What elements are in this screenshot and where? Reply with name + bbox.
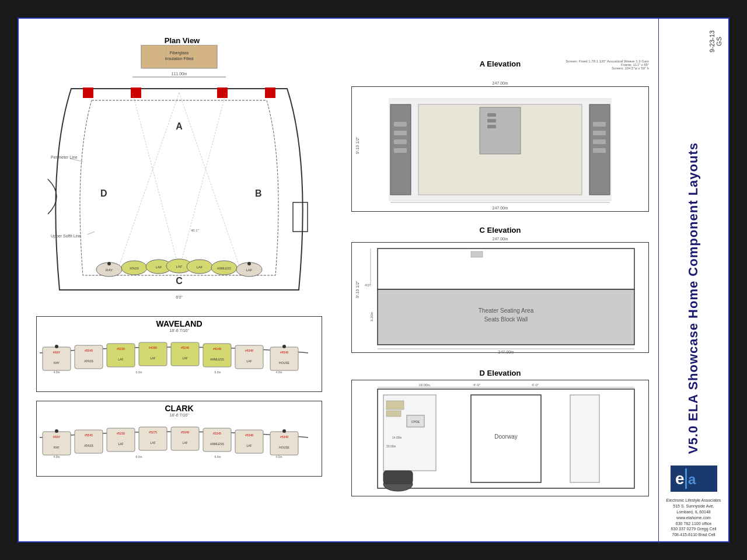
company-phone-cell2: 708-415-6110 Brad Cell: [672, 533, 715, 537]
svg-rect-155: [685, 468, 687, 489]
svg-rect-107: [394, 122, 407, 127]
company-phone-cell1: 630 337 0279 Gregg Cell: [671, 527, 716, 531]
svg-text:#4549: #4549: [280, 351, 288, 354]
clark-dim-top: 18'-6 7/16": [37, 413, 322, 417]
svg-rect-114: [593, 139, 606, 144]
svg-text:ATASS: ATASS: [84, 359, 93, 363]
svg-text:9'-10 1/2": 9'-10 1/2": [355, 281, 359, 298]
c-elev-dim: 247.00in: [351, 237, 649, 241]
svg-text:3.20in: 3.20in: [370, 312, 374, 321]
svg-text:LAF: LAF: [246, 444, 252, 447]
svg-point-39: [247, 262, 251, 265]
svg-text:LAF: LAF: [150, 441, 155, 444]
svg-text:4'0": 4'0": [365, 284, 371, 287]
svg-text:LAF: LAF: [176, 265, 182, 268]
svg-text:Insulation Filled: Insulation Filled: [165, 57, 194, 61]
a-elevation-screen-info: Screen: Fixed 1.78:1 120" Acoustical Wea…: [566, 60, 649, 70]
svg-text:#5275: #5275: [149, 430, 157, 434]
svg-text:247.00in: 247.00in: [498, 350, 514, 354]
svg-rect-10: [217, 88, 228, 98]
a-elevation-section: A Elevation Screen: Fixed 1.78:1 120" Ac…: [351, 60, 649, 211]
waveland-dim-top: 18'-6 7/16": [37, 328, 322, 332]
c-elevation-section: C Elevation 247.00in 9'-10 1/2" 4'0" T: [351, 226, 649, 360]
company-addr1: 515 S. Sunnyside Ave.: [673, 504, 714, 508]
svg-text:#RAY: #RAY: [53, 435, 61, 439]
svg-text:4.0in: 4.0in: [54, 370, 60, 374]
svg-text:#5349: #5349: [181, 430, 189, 434]
svg-rect-126: [471, 251, 483, 257]
svg-point-71: [282, 345, 286, 348]
svg-text:HOUSE: HOUSE: [279, 446, 289, 449]
svg-rect-146: [570, 395, 599, 482]
svg-text:6.0in: 6.0in: [136, 455, 142, 459]
svg-text:Theater Seating Area: Theater Seating Area: [479, 307, 534, 314]
company-info: Electronic Lifestyle Associates 515 S. S…: [664, 498, 724, 538]
svg-rect-118: [487, 119, 496, 123]
svg-text:RAY: RAY: [54, 446, 60, 449]
svg-point-76: [55, 429, 58, 433]
c-elevation-label: C Elevation: [351, 226, 649, 235]
svg-text:LAF: LAF: [155, 265, 162, 269]
svg-rect-109: [394, 139, 407, 144]
svg-text:#4248: #4248: [213, 347, 221, 351]
svg-text:#4366: #4366: [149, 346, 157, 349]
svg-text:CPOE: CPOE: [411, 420, 420, 424]
svg-point-101: [282, 429, 286, 433]
svg-text:#4348: #4348: [245, 349, 253, 352]
svg-text:6.0in: 6.0in: [215, 455, 221, 459]
svg-text:6'0": 6'0": [176, 295, 183, 299]
company-addr2: Lombard, IL 60148: [676, 510, 711, 514]
svg-rect-110: [394, 148, 407, 153]
svg-rect-140: [386, 401, 404, 410]
svg-text:#RAY: #RAY: [53, 351, 61, 354]
company-website: www.elahome.com: [676, 516, 711, 520]
svg-line-23: [179, 93, 240, 270]
svg-rect-11: [265, 88, 275, 98]
svg-text:#5545: #5545: [85, 433, 93, 437]
date-label: 9-23-13: [708, 30, 715, 52]
svg-text:C: C: [176, 276, 183, 286]
room-plan-svg: Fiberglass Insulation Filled 111.00in: [42, 45, 316, 307]
svg-text:111.00in: 111.00in: [172, 72, 187, 76]
svg-text:LAF: LAF: [118, 442, 123, 446]
clark-section: CLARK 18'-6 7/16" RAY #RAY ATASS #5545 4…: [36, 401, 322, 477]
svg-rect-125: [378, 249, 634, 289]
svg-text:ARMLESS: ARMLESS: [217, 267, 232, 270]
svg-text:40.1": 40.1": [191, 229, 199, 232]
svg-rect-108: [394, 131, 407, 135]
svg-text:e: e: [675, 470, 685, 488]
svg-text:LAF: LAF: [182, 441, 187, 444]
svg-text:33.00in: 33.00in: [386, 444, 396, 448]
svg-line-22: [118, 93, 179, 270]
waveland-section: WAVELAND 18'-6 7/16" RAY #RAY ATASS #554…: [36, 316, 322, 392]
a-elevation-box: 9'-10 1/2": [351, 86, 649, 212]
d-elevation-label: D Elevation: [351, 369, 649, 377]
svg-rect-117: [487, 113, 496, 117]
svg-point-46: [55, 345, 58, 348]
svg-text:Upper Soffit Line: Upper Soffit Line: [51, 234, 81, 239]
svg-text:A: A: [176, 121, 183, 131]
svg-text:LAF: LAF: [246, 359, 252, 363]
svg-text:#5246: #5246: [181, 346, 189, 349]
svg-text:ARMLESS: ARMLESS: [210, 358, 225, 361]
svg-text:ATASS: ATASS: [84, 444, 93, 447]
clark-label: CLARK: [37, 401, 322, 413]
svg-rect-112: [593, 122, 606, 127]
a-elev-dim: 247.00in: [351, 81, 649, 85]
svg-rect-119: [487, 125, 496, 128]
svg-text:#5345: #5345: [213, 432, 221, 435]
svg-text:D: D: [100, 188, 107, 198]
svg-rect-8: [83, 88, 93, 98]
svg-text:4.0in: 4.0in: [276, 370, 282, 374]
svg-text:14.00in: 14.00in: [392, 436, 402, 439]
svg-text:LAF: LAF: [150, 356, 155, 360]
c-elevation-box: 9'-10 1/2" 4'0" Theater Seating Area Sea…: [351, 242, 649, 353]
svg-text:ARMLESS: ARMLESS: [210, 442, 225, 446]
svg-text:247.00in: 247.00in: [493, 206, 508, 210]
svg-text:4'-0": 4'-0": [473, 383, 480, 387]
svg-text:LAF: LAF: [196, 265, 203, 269]
plan-view-label: Plan View: [165, 36, 200, 45]
svg-text:4.0in: 4.0in: [276, 455, 282, 459]
svg-text:Fiberglass: Fiberglass: [170, 51, 189, 55]
svg-text:#5230: #5230: [117, 432, 125, 435]
